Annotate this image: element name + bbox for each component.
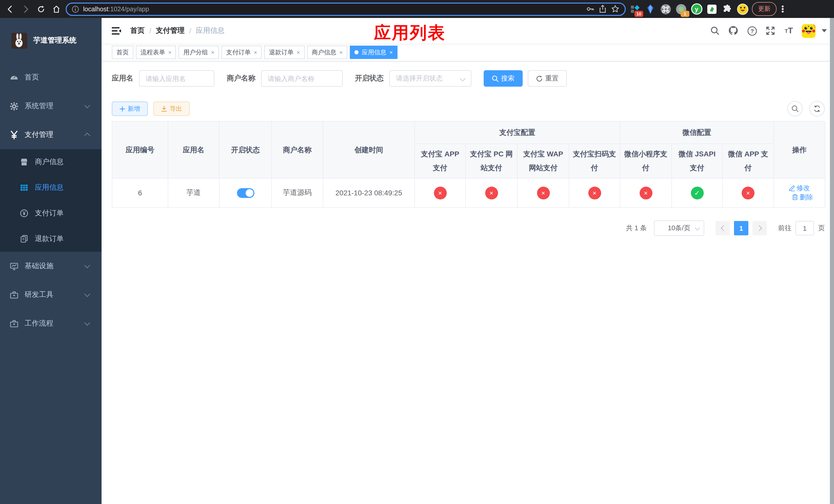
delete-link[interactable]: 删除 [792,193,813,202]
tab-pay-order[interactable]: 支付订单× [222,46,262,59]
table-search-toggle-button[interactable] [787,101,803,116]
next-page-button[interactable] [752,221,767,235]
url-text[interactable]: localhost:1024/pay/app [83,5,581,13]
table-refresh-button[interactable] [809,101,825,116]
sidebar-item-home[interactable]: 首页 [0,63,102,92]
page-scrollbar[interactable] [830,18,834,504]
browser-home-icon[interactable] [50,3,63,15]
close-icon[interactable]: × [339,49,343,55]
breadcrumb-home[interactable]: 首页 [130,26,145,36]
current-page-button[interactable]: 1 [734,221,748,235]
breadcrumb-payment[interactable]: 支付管理 [156,26,185,36]
collapse-sidebar-icon[interactable] [111,25,122,37]
avatar-dropdown-caret[interactable] [822,29,827,32]
tab-process-form[interactable]: 流程表单× [136,46,176,59]
close-icon[interactable]: × [254,49,257,55]
font-size-small-glyph: T [785,28,788,33]
reset-button[interactable]: 重置 [528,70,567,87]
payment-submenu: 商户信息 应用信息 支付订单 退款订单 [0,149,102,252]
toolbox-icon [9,319,19,328]
add-button-label: 新增 [128,104,140,113]
password-key-icon[interactable] [586,5,594,13]
row-enabled-toggle[interactable] [237,188,254,198]
sidebar-logo[interactable]: 芋道管理系统 [0,18,102,63]
status-wechat-mini: × [639,186,652,199]
extension-y-icon[interactable]: y [690,3,703,15]
app-title: 芋道管理系统 [33,36,76,45]
close-icon[interactable]: × [297,49,300,55]
help-icon[interactable]: ? [746,25,758,37]
sidebar-item-refund-order[interactable]: 退款订单 [0,226,102,252]
merchant-name-input[interactable] [261,70,343,87]
tab-label: 退款订单 [269,48,294,56]
col-wechat-jsapi: 微信 JSAPI 支付 [672,144,722,178]
page-size-select[interactable]: 10条/页 [654,221,704,236]
tab-merchant-info[interactable]: 商户信息× [307,46,348,59]
close-icon[interactable]: × [389,49,393,55]
sidebar-item-app-info[interactable]: 应用信息 [0,175,102,201]
refresh-icon [813,105,821,112]
url-host: localhost [83,5,109,13]
export-button[interactable]: 导出 [153,101,190,116]
profile-emoji-avatar[interactable] [737,3,749,15]
extension-blocks-icon[interactable]: 10 [629,3,641,15]
browser-update-button[interactable]: 更新 [752,2,776,16]
extensions-puzzle-icon[interactable] [721,3,733,15]
col-app-id: 应用编号 [112,121,168,178]
extension-gem-icon[interactable] [644,3,657,15]
add-button[interactable]: 新增 [112,101,148,116]
extension-doc-icon[interactable] [706,3,718,15]
sidebar-item-payment[interactable]: 支付管理 [0,120,102,149]
tab-user-group[interactable]: 用户分组× [179,46,219,59]
yen-icon [9,131,19,139]
table-toolbar: 新增 导出 [112,101,825,116]
col-wechat-mini: 微信小程序支付 [620,144,672,178]
status-select[interactable]: 请选择开启状态 [389,70,471,87]
browser-back-icon[interactable] [4,3,16,15]
extension-badge: 1 [681,10,689,17]
status-alipay-app: × [434,186,446,199]
sidebar-item-pay-order[interactable]: 支付订单 [0,201,102,226]
cell-app-name: 芋道 [168,178,219,207]
page-size-value: 10条/页 [668,224,690,233]
site-info-icon[interactable] [72,5,79,13]
sidebar-item-dev-tools[interactable]: 研发工具 [0,280,102,309]
url-bar[interactable]: localhost:1024/pay/app [66,2,626,16]
font-size-icon[interactable]: TT [783,25,794,37]
search-icon [791,105,798,112]
sidebar-item-label: 支付管理 [25,130,53,139]
close-icon[interactable]: × [168,49,172,55]
close-icon[interactable]: × [211,49,214,55]
extension-recorder-icon[interactable]: 1 [675,3,687,15]
navbar-actions: ? TT [709,24,834,38]
share-icon[interactable] [598,5,607,13]
search-icon[interactable] [709,25,721,37]
tab-label: 应用信息 [361,48,386,56]
sidebar-item-system[interactable]: 系统管理 [0,92,102,120]
browser-forward-icon[interactable] [20,3,32,15]
tab-app-info[interactable]: 应用信息× [350,46,397,59]
user-avatar[interactable] [802,24,815,38]
tab-home[interactable]: 首页 [112,46,133,59]
refund-doc-icon [19,235,29,243]
search-button[interactable]: 搜索 [484,70,523,87]
sidebar-item-merchant-info[interactable]: 商户信息 [0,149,102,175]
fullscreen-icon[interactable] [765,25,776,37]
app-name-input[interactable] [139,70,214,87]
annotation-title: 应用列表 [374,22,446,45]
extension-command-icon[interactable] [660,3,672,15]
github-icon[interactable] [728,25,739,37]
bookmark-star-icon[interactable] [611,5,620,13]
goto-page-input[interactable] [795,221,814,235]
browser-menu-icon[interactable]: ••• [780,5,786,13]
prev-page-button[interactable] [716,221,730,235]
browser-reload-icon[interactable] [35,3,47,15]
tab-label: 商户信息 [312,48,336,56]
sidebar-item-infrastructure[interactable]: 基础设施 [0,252,102,280]
edit-link[interactable]: 修改 [789,184,810,193]
tab-refund-order[interactable]: 退款订单× [264,46,305,59]
app-table: 应用编号 应用名 开启状态 商户名称 创建时间 支付宝配置 微信配置 操作 支付… [112,121,825,208]
merchant-name-label: 商户名称 [227,74,256,83]
sidebar-item-workflow[interactable]: 工作流程 [0,309,102,338]
pagination-total: 共 1 条 [626,224,647,233]
